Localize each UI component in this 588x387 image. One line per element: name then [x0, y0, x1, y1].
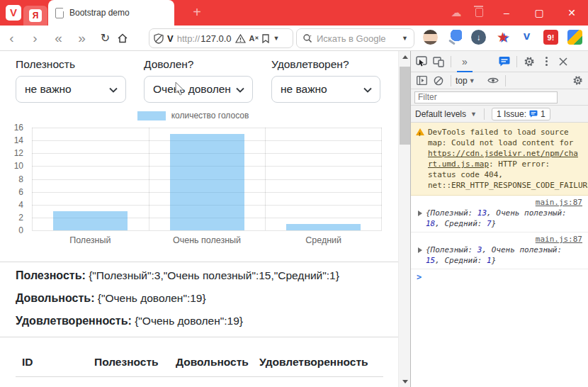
chart-plot-area	[32, 128, 382, 230]
console-panel-icon[interactable]	[497, 54, 512, 69]
red-extension-icon[interactable]: 9!	[543, 30, 558, 45]
more-tabs-icon[interactable]: »	[456, 56, 474, 67]
clear-console-icon[interactable]	[431, 73, 446, 89]
close-button[interactable]: ✕	[555, 7, 588, 18]
scrollbar-thumb[interactable]	[400, 67, 410, 145]
url-scheme: http://	[177, 33, 200, 44]
apps-extension-icon[interactable]	[567, 30, 582, 45]
log-object-preview[interactable]: {Полезный: 13, Очень полезный: 18, Средн…	[417, 208, 582, 229]
chart-legend[interactable]: количество голосов	[0, 111, 386, 120]
chart-ytick-label: 0	[2, 225, 23, 235]
console-settings-gear-icon[interactable]	[570, 73, 585, 89]
profile-avatar[interactable]	[423, 30, 438, 45]
table-header-underline	[16, 376, 383, 377]
download-extension-icon[interactable]: ↓	[471, 30, 486, 45]
pinned-tab-yandex[interactable]: Я	[23, 6, 47, 26]
yandex-icon: Я	[29, 9, 42, 22]
extensions-row: ↓ ★ ʌ 9!	[423, 30, 582, 45]
result-satisfaction-label: Довольность:	[16, 292, 95, 304]
trash-icon[interactable]	[468, 7, 490, 19]
translate-icon[interactable]: A✕	[249, 34, 259, 43]
inspect-element-icon[interactable]	[414, 54, 429, 69]
search-bar[interactable]: Искать в Google ▼	[296, 28, 414, 48]
new-tab-button[interactable]: +	[188, 4, 205, 21]
vivaldi-logo-icon[interactable]: V	[6, 5, 21, 21]
device-toolbar-icon[interactable]	[431, 54, 446, 69]
log-source-link[interactable]: main.js:87	[417, 234, 582, 245]
filter-label-usefulness: Полезность	[16, 58, 75, 71]
divider	[0, 337, 398, 337]
result-usefulness-label: Полезность:	[16, 269, 86, 281]
live-expression-eye-icon[interactable]	[485, 73, 501, 89]
maximize-button[interactable]: ▢	[523, 7, 555, 18]
devtools-main-toolbar: »	[411, 51, 588, 72]
devtools-panel: » top ▼	[410, 51, 588, 387]
select-content[interactable]: не важно	[271, 76, 380, 103]
page-scrollbar[interactable]	[398, 51, 410, 387]
result-content-label: Удовлетворенность:	[16, 315, 132, 327]
chart-ytick-label: 16	[2, 123, 23, 133]
devtools-close-icon[interactable]	[555, 54, 571, 69]
scrollbar-down-arrow[interactable]	[399, 376, 411, 387]
select-satisfied[interactable]: Очень доволен	[144, 76, 253, 103]
home-button[interactable]	[117, 33, 140, 44]
chart-ytick-label: 2	[2, 213, 23, 223]
bookmark-icon[interactable]	[262, 34, 269, 43]
console-prompt[interactable]	[411, 269, 588, 285]
shield-adblock-icon[interactable]	[154, 33, 164, 44]
log-object-preview[interactable]: {Полезный: 3, Очень полезный: 15, Средни…	[417, 245, 582, 266]
result-content-value: {"Очень доволен":19}	[135, 315, 243, 327]
sync-cloud-icon[interactable]: ☁	[445, 6, 468, 19]
issues-button[interactable]: 1 Issue: 1	[492, 108, 550, 120]
chart-gridline	[32, 230, 382, 231]
search-engine-icon[interactable]	[303, 33, 312, 43]
scrollbar-up-arrow[interactable]	[399, 51, 411, 62]
table-header-id: ID	[16, 356, 94, 369]
fast-forward-button[interactable]: »	[70, 28, 94, 49]
kebab-menu-icon[interactable]	[538, 54, 554, 69]
result-usefulness-value: {"Полезный":3,"Очень полезный":15,"Средн…	[89, 269, 339, 281]
context-caret-icon: ▼	[469, 77, 475, 84]
search-input[interactable]: Искать в Google	[317, 33, 397, 44]
address-bar[interactable]: V http:// 127.0.0 A✕ ▼	[149, 28, 293, 48]
vivaldi-v-icon[interactable]: V	[167, 33, 174, 44]
chart-gridline	[149, 128, 149, 230]
chart-gridline	[32, 128, 33, 230]
chart-x-axis: ПолезныйОчень полезныйСредний	[32, 235, 382, 248]
chart-xtick-label: Очень полезный	[173, 235, 241, 245]
legend-label: количество голосов	[171, 111, 249, 120]
console-sidebar-icon[interactable]	[414, 73, 429, 89]
password-extension-icon[interactable]	[447, 30, 462, 45]
chart-bar[interactable]	[170, 134, 244, 230]
chart-bar[interactable]	[286, 224, 361, 230]
levels-caret-icon: ▼	[470, 111, 477, 118]
table-header-usefulness: Полезность	[94, 356, 176, 369]
console-toolbar: top ▼	[411, 72, 588, 89]
active-tab[interactable]: Bootstrap demo	[48, 0, 174, 26]
chart-gridline	[265, 128, 266, 230]
reload-button[interactable]: ↻	[94, 28, 117, 49]
ribbon-extension-icon[interactable]: ʌ	[519, 30, 534, 45]
select-usefulness[interactable]: не важно	[16, 76, 126, 103]
url-dropdown-caret[interactable]: ▼	[273, 35, 279, 42]
back-button[interactable]: ‹	[0, 28, 23, 49]
browser-titlebar: V Я Bootstrap demo + ☁ – ▢ ✕	[0, 0, 588, 26]
chart-bar[interactable]	[53, 211, 128, 230]
search-dropdown-caret[interactable]: ▼	[402, 35, 408, 42]
forward-button[interactable]: ›	[23, 28, 47, 49]
rewind-button[interactable]: «	[47, 28, 70, 49]
context-selector[interactable]: top	[456, 76, 468, 86]
default-levels-dropdown[interactable]: Default levels	[415, 109, 466, 119]
console-levels-row: Default levels ▼ 1 Issue: 1	[411, 106, 588, 123]
log-source-link[interactable]: main.js:87	[417, 197, 582, 208]
filter-input[interactable]	[414, 91, 558, 103]
settings-gear-icon[interactable]	[521, 54, 537, 69]
console-warning-message: DevTools failed to load source map: Coul…	[411, 123, 588, 196]
chart-xtick-label: Средний	[305, 235, 341, 245]
issues-label: 1 Issue:	[497, 109, 526, 119]
star-extension-icon[interactable]: ★	[495, 30, 510, 45]
console-log-entry: main.js:87 {Полезный: 3, Очень полезный:…	[411, 232, 588, 269]
ssl-warning-icon[interactable]	[235, 34, 246, 43]
minimize-button[interactable]: –	[490, 7, 523, 18]
filter-label-content: Удовлетворен?	[271, 58, 349, 71]
